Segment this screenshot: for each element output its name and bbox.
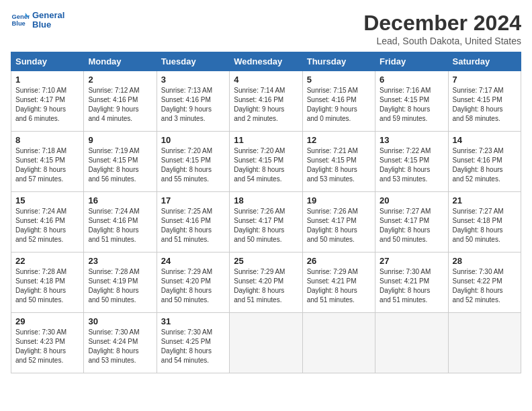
logo: General Blue General Blue — [11, 11, 64, 30]
day-number: 28 — [453, 256, 517, 266]
calendar-cell: 22 Sunrise: 7:28 AM Sunset: 4:18 PM Dayl… — [11, 253, 84, 313]
calendar-cell — [448, 313, 521, 373]
day-number: 14 — [453, 135, 517, 145]
calendar-cell: 14 Sunrise: 7:23 AM Sunset: 4:16 PM Dayl… — [448, 132, 521, 192]
day-info: Sunrise: 7:19 AM Sunset: 4:15 PM Dayligh… — [88, 146, 152, 184]
week-row-4: 22 Sunrise: 7:28 AM Sunset: 4:18 PM Dayl… — [11, 253, 521, 313]
title-section: December 2024 Lead, South Dakota, United… — [363, 11, 521, 46]
day-info: Sunrise: 7:29 AM Sunset: 4:20 PM Dayligh… — [234, 267, 298, 305]
col-friday: Friday — [375, 52, 448, 71]
day-info: Sunrise: 7:12 AM Sunset: 4:16 PM Dayligh… — [88, 86, 152, 124]
calendar-cell: 3 Sunrise: 7:13 AM Sunset: 4:16 PM Dayli… — [157, 71, 229, 132]
col-thursday: Thursday — [302, 52, 375, 71]
calendar-cell: 27 Sunrise: 7:30 AM Sunset: 4:21 PM Dayl… — [375, 253, 448, 313]
day-info: Sunrise: 7:30 AM Sunset: 4:23 PM Dayligh… — [15, 328, 79, 365]
calendar-cell: 21 Sunrise: 7:27 AM Sunset: 4:18 PM Dayl… — [448, 192, 521, 253]
day-info: Sunrise: 7:21 AM Sunset: 4:15 PM Dayligh… — [307, 146, 371, 184]
week-row-3: 15 Sunrise: 7:24 AM Sunset: 4:16 PM Dayl… — [11, 192, 521, 253]
day-number: 7 — [453, 75, 517, 85]
calendar-cell: 2 Sunrise: 7:12 AM Sunset: 4:16 PM Dayli… — [84, 71, 157, 132]
calendar-cell: 28 Sunrise: 7:30 AM Sunset: 4:22 PM Dayl… — [448, 253, 521, 313]
page-header: General Blue General Blue December 2024 … — [11, 11, 521, 46]
day-info: Sunrise: 7:27 AM Sunset: 4:17 PM Dayligh… — [380, 207, 443, 244]
day-number: 1 — [15, 75, 79, 85]
day-number: 24 — [161, 256, 225, 266]
calendar-cell: 7 Sunrise: 7:17 AM Sunset: 4:15 PM Dayli… — [448, 71, 521, 132]
calendar-cell: 8 Sunrise: 7:18 AM Sunset: 4:15 PM Dayli… — [11, 132, 84, 192]
day-number: 8 — [15, 135, 79, 145]
calendar-cell: 17 Sunrise: 7:25 AM Sunset: 4:16 PM Dayl… — [157, 192, 229, 253]
calendar-title: December 2024 — [363, 11, 521, 36]
week-row-1: 1 Sunrise: 7:10 AM Sunset: 4:17 PM Dayli… — [11, 71, 521, 132]
day-info: Sunrise: 7:28 AM Sunset: 4:18 PM Dayligh… — [15, 267, 79, 305]
day-info: Sunrise: 7:18 AM Sunset: 4:15 PM Dayligh… — [15, 146, 79, 184]
day-info: Sunrise: 7:30 AM Sunset: 4:24 PM Dayligh… — [88, 328, 152, 365]
day-number: 29 — [15, 316, 79, 326]
calendar-cell: 23 Sunrise: 7:28 AM Sunset: 4:19 PM Dayl… — [84, 253, 157, 313]
calendar-cell: 13 Sunrise: 7:22 AM Sunset: 4:15 PM Dayl… — [375, 132, 448, 192]
week-row-5: 29 Sunrise: 7:30 AM Sunset: 4:23 PM Dayl… — [11, 313, 521, 373]
day-number: 16 — [88, 195, 152, 205]
logo-icon: General Blue — [11, 11, 30, 30]
calendar-cell: 5 Sunrise: 7:15 AM Sunset: 4:16 PM Dayli… — [302, 71, 375, 132]
calendar-cell — [230, 313, 302, 373]
calendar-table: Sunday Monday Tuesday Wednesday Thursday… — [11, 52, 521, 373]
day-number: 23 — [88, 256, 152, 266]
day-number: 5 — [307, 75, 371, 85]
day-info: Sunrise: 7:20 AM Sunset: 4:15 PM Dayligh… — [161, 146, 225, 184]
day-info: Sunrise: 7:29 AM Sunset: 4:21 PM Dayligh… — [307, 267, 371, 305]
day-info: Sunrise: 7:17 AM Sunset: 4:15 PM Dayligh… — [453, 86, 517, 124]
day-number: 2 — [88, 75, 152, 85]
day-number: 15 — [15, 195, 79, 205]
svg-text:Blue: Blue — [12, 20, 26, 27]
day-number: 20 — [380, 195, 443, 205]
col-monday: Monday — [84, 52, 157, 71]
col-wednesday: Wednesday — [230, 52, 302, 71]
calendar-cell: 25 Sunrise: 7:29 AM Sunset: 4:20 PM Dayl… — [230, 253, 302, 313]
calendar-cell: 16 Sunrise: 7:24 AM Sunset: 4:16 PM Dayl… — [84, 192, 157, 253]
calendar-cell: 11 Sunrise: 7:20 AM Sunset: 4:15 PM Dayl… — [230, 132, 302, 192]
calendar-cell: 12 Sunrise: 7:21 AM Sunset: 4:15 PM Dayl… — [302, 132, 375, 192]
day-info: Sunrise: 7:27 AM Sunset: 4:18 PM Dayligh… — [453, 207, 517, 244]
day-number: 4 — [234, 75, 298, 85]
calendar-cell — [375, 313, 448, 373]
day-info: Sunrise: 7:10 AM Sunset: 4:17 PM Dayligh… — [15, 86, 79, 124]
day-info: Sunrise: 7:29 AM Sunset: 4:20 PM Dayligh… — [161, 267, 225, 305]
day-number: 11 — [234, 135, 298, 145]
day-number: 19 — [307, 195, 371, 205]
day-number: 18 — [234, 195, 298, 205]
calendar-cell: 26 Sunrise: 7:29 AM Sunset: 4:21 PM Dayl… — [302, 253, 375, 313]
day-info: Sunrise: 7:26 AM Sunset: 4:17 PM Dayligh… — [234, 207, 298, 244]
day-number: 13 — [380, 135, 443, 145]
day-number: 6 — [380, 75, 443, 85]
day-number: 26 — [307, 256, 371, 266]
calendar-cell: 18 Sunrise: 7:26 AM Sunset: 4:17 PM Dayl… — [230, 192, 302, 253]
day-number: 12 — [307, 135, 371, 145]
calendar-cell: 1 Sunrise: 7:10 AM Sunset: 4:17 PM Dayli… — [11, 71, 84, 132]
day-info: Sunrise: 7:20 AM Sunset: 4:15 PM Dayligh… — [234, 146, 298, 184]
calendar-cell: 15 Sunrise: 7:24 AM Sunset: 4:16 PM Dayl… — [11, 192, 84, 253]
day-number: 22 — [15, 256, 79, 266]
calendar-cell: 29 Sunrise: 7:30 AM Sunset: 4:23 PM Dayl… — [11, 313, 84, 373]
day-info: Sunrise: 7:25 AM Sunset: 4:16 PM Dayligh… — [161, 207, 225, 244]
calendar-cell: 31 Sunrise: 7:30 AM Sunset: 4:25 PM Dayl… — [157, 313, 229, 373]
day-number: 21 — [453, 195, 517, 205]
day-info: Sunrise: 7:24 AM Sunset: 4:16 PM Dayligh… — [15, 207, 79, 244]
calendar-cell: 20 Sunrise: 7:27 AM Sunset: 4:17 PM Dayl… — [375, 192, 448, 253]
header-row: Sunday Monday Tuesday Wednesday Thursday… — [11, 52, 521, 71]
day-info: Sunrise: 7:28 AM Sunset: 4:19 PM Dayligh… — [88, 267, 152, 305]
day-info: Sunrise: 7:15 AM Sunset: 4:16 PM Dayligh… — [307, 86, 371, 124]
day-number: 10 — [161, 135, 225, 145]
calendar-cell: 10 Sunrise: 7:20 AM Sunset: 4:15 PM Dayl… — [157, 132, 229, 192]
calendar-cell: 9 Sunrise: 7:19 AM Sunset: 4:15 PM Dayli… — [84, 132, 157, 192]
day-number: 17 — [161, 195, 225, 205]
day-info: Sunrise: 7:30 AM Sunset: 4:21 PM Dayligh… — [380, 267, 443, 305]
day-number: 27 — [380, 256, 443, 266]
calendar-cell: 24 Sunrise: 7:29 AM Sunset: 4:20 PM Dayl… — [157, 253, 229, 313]
day-number: 3 — [161, 75, 225, 85]
calendar-cell — [302, 313, 375, 373]
calendar-cell: 4 Sunrise: 7:14 AM Sunset: 4:16 PM Dayli… — [230, 71, 302, 132]
day-number: 9 — [88, 135, 152, 145]
logo-line2: Blue — [32, 20, 64, 30]
col-saturday: Saturday — [448, 52, 521, 71]
